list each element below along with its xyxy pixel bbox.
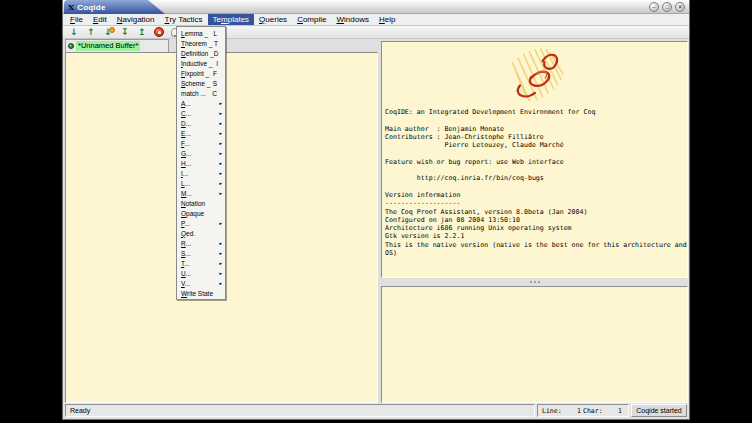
about-line: Architecture i686 running Unix operating… (385, 224, 688, 232)
menu-file[interactable]: File (65, 14, 88, 25)
about-line: Contributors : Jean-Christophe Filliâtre (385, 133, 688, 141)
submenu-arrow-icon: ▸ (217, 270, 222, 276)
menubar: File Edit Navigation Try Tactics Templat… (63, 14, 689, 26)
templates-menu-item[interactable]: Lemma _ L (177, 28, 225, 38)
templates-menu-item[interactable]: A... ▸ (177, 98, 225, 108)
close-button[interactable]: ✕ (675, 2, 685, 12)
templates-menu-item[interactable]: R... ▸ (177, 238, 225, 248)
menu-item-label: D... (181, 120, 210, 127)
templates-menu-item[interactable]: Write State (177, 288, 225, 298)
templates-menu-item[interactable]: E... ▸ (177, 128, 225, 138)
about-line: ------------------- (385, 199, 688, 207)
menu-item-accelerator: C (210, 90, 217, 97)
about-line (385, 116, 688, 124)
desktop-background: { "colors": { "accent": "#35549b", "pane… (0, 0, 752, 423)
menu-compile[interactable]: Compile (292, 14, 331, 25)
templates-menu-item[interactable]: P... ▸ (177, 218, 225, 228)
logo-wrap (382, 42, 687, 106)
status-bar: Ready Line: 1 Char: 1 Coqide started (64, 403, 688, 418)
char-value: 1 (603, 407, 624, 415)
char-label: Char: (583, 407, 603, 415)
templates-menu-item[interactable]: Inductive _ I (177, 58, 225, 68)
templates-menu-item[interactable]: S... ▸ (177, 248, 225, 258)
submenu-arrow-icon: ▸ (217, 240, 222, 246)
templates-menu-item[interactable]: I... ▸ (177, 168, 225, 178)
templates-menu-item[interactable]: Opaque (177, 208, 225, 218)
menu-item-label: A... (181, 100, 210, 107)
menu-item-label: Theorem _ (181, 40, 212, 47)
menu-edit[interactable]: Edit (88, 14, 112, 25)
messages-panel (381, 286, 688, 403)
go-to-start-icon[interactable]: ↥ (137, 27, 147, 38)
about-line: Configured on jan 08 2004 13:50:10 (385, 216, 688, 224)
menu-help[interactable]: Help (374, 14, 400, 25)
submenu-arrow-icon: ▸ (217, 120, 222, 126)
menu-item-accelerator: S (210, 80, 217, 87)
menu-windows[interactable]: Windows (331, 14, 373, 25)
go-to-end-icon[interactable]: ↧ (120, 27, 130, 38)
about-line (385, 183, 688, 191)
menu-item-label: Opaque (181, 210, 210, 217)
templates-menu-item[interactable]: M... ▸ (177, 188, 225, 198)
menu-templates[interactable]: Templates (208, 14, 254, 25)
menu-try-tactics[interactable]: Try Tactics (160, 14, 208, 25)
submenu-arrow-icon: ▸ (217, 250, 222, 256)
menu-item-label: Fixpoint _ (181, 70, 210, 77)
templates-menu-item[interactable]: match ... C (177, 88, 225, 98)
menu-item-label: Write State (181, 290, 213, 297)
buffer-tab-label: *Unnamed Buffer* (76, 41, 140, 51)
line-value: 1 (562, 407, 583, 415)
about-line: Version information (385, 191, 688, 199)
about-line: This is the native version (native is th… (385, 241, 688, 258)
right-pane: CoqIDE: an Integrated Development Enviro… (381, 41, 688, 403)
templates-menu-item[interactable]: Fixpoint _ F (177, 68, 225, 78)
menu-item-label: V... (181, 280, 210, 287)
templates-menu-item[interactable]: Scheme _ S (177, 78, 225, 88)
menu-item-label: L... (181, 180, 210, 187)
menu-item-label: Lemma _ (181, 30, 210, 37)
buffer-tab[interactable]: *Unnamed Buffer* (65, 39, 169, 52)
templates-menu-item[interactable]: Qed. (177, 228, 225, 238)
menu-item-label: Scheme _ (181, 80, 210, 87)
templates-menu-item[interactable]: D... ▸ (177, 118, 225, 128)
cursor-position-box: Line: 1 Char: 1 (537, 404, 629, 417)
templates-menu-item[interactable]: U... ▸ (177, 268, 225, 278)
templates-menu-item[interactable]: L... ▸ (177, 178, 225, 188)
status-ready-box: Ready (65, 404, 535, 417)
templates-menu-item[interactable]: C... ▸ (177, 108, 225, 118)
templates-menu-popup: Lemma _ L Theorem _ T Definition _ D Ind… (176, 26, 226, 300)
main-area: *Unnamed Buffer* (64, 39, 688, 403)
buffer-status-icon (68, 43, 74, 49)
backward-one-step-icon[interactable]: ↑ (86, 27, 96, 38)
menu-item-label: R... (181, 240, 210, 247)
menu-item-accelerator: F (210, 70, 217, 77)
coqide-window: X CoqIde – □ ✕ File Edit Navigation Try … (62, 0, 690, 420)
menu-item-label: S... (181, 250, 210, 257)
menu-queries[interactable]: Queries (254, 14, 292, 25)
about-line: http://coq.inria.fr/bin/coq-bugs (385, 174, 688, 182)
menu-navigation[interactable]: Navigation (112, 14, 160, 25)
templates-menu-item[interactable]: F... ▸ (177, 138, 225, 148)
go-to-cursor-icon[interactable]: ↓ (103, 27, 113, 38)
submenu-arrow-icon: ▸ (217, 220, 222, 226)
pane-splitter[interactable] (381, 278, 688, 286)
forward-one-step-icon[interactable]: ↓ (69, 27, 79, 38)
templates-menu-item[interactable]: Theorem _ T (177, 38, 225, 48)
maximize-button[interactable]: □ (662, 2, 672, 12)
templates-menu-item[interactable]: Notation (177, 198, 225, 208)
templates-menu-item[interactable]: T... ▸ (177, 258, 225, 268)
menu-item-label: match ... (181, 90, 210, 97)
minimize-button[interactable]: – (649, 2, 659, 12)
interrupt-icon[interactable] (154, 27, 164, 37)
titlebar[interactable]: X CoqIde – □ ✕ (63, 0, 689, 14)
x11-icon: X (68, 3, 74, 11)
templates-menu-item[interactable]: G... ▸ (177, 148, 225, 158)
about-text: CoqIDE: an Integrated Development Enviro… (382, 106, 687, 257)
menu-item-label: Inductive _ (181, 60, 212, 67)
templates-menu-item[interactable]: H... ▸ (177, 158, 225, 168)
submenu-arrow-icon: ▸ (217, 110, 222, 116)
templates-menu-item[interactable]: Definition _ D (177, 48, 225, 58)
templates-menu-item[interactable]: V... ▸ (177, 278, 225, 288)
about-line (385, 166, 688, 174)
about-line: The Coq Proof Assistant, version 8.0beta… (385, 208, 688, 216)
